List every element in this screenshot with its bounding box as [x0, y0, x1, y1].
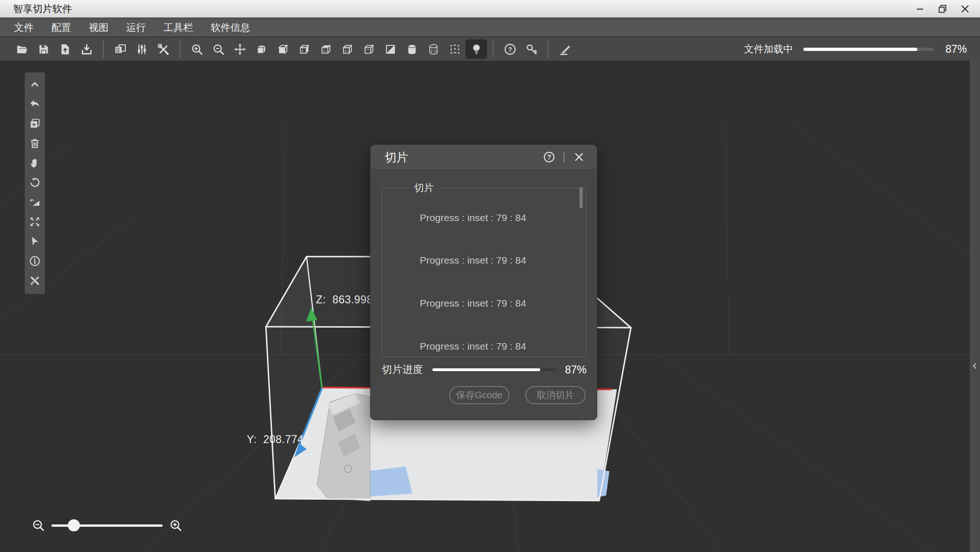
- file-loading-label: 文件加载中: [744, 43, 793, 56]
- toolbar-separator: [548, 41, 549, 57]
- zoom-slider-thumb[interactable]: [68, 519, 80, 531]
- close-x-icon: [573, 151, 585, 163]
- save-gcode-button[interactable]: 保存Gcode: [449, 386, 509, 404]
- slice-dialog: 切片 ? 切片 Progress : inset : 79 : 84 Progr…: [370, 144, 597, 420]
- menu-item-config[interactable]: 配置: [51, 21, 71, 34]
- view-cylinder-button[interactable]: [401, 39, 422, 59]
- zoom-out-button[interactable]: [32, 519, 45, 532]
- model-info-button[interactable]: [26, 251, 44, 271]
- minimize-button[interactable]: [912, 2, 929, 16]
- file-loading-progress-fill: [803, 48, 917, 51]
- view-xray-button[interactable]: [293, 39, 315, 59]
- sliders-icon: [136, 43, 148, 56]
- close-button[interactable]: [957, 2, 973, 16]
- view-wireframe-button[interactable]: [336, 39, 358, 59]
- menu-item-view[interactable]: 视图: [89, 21, 108, 34]
- side-toolbar: [25, 72, 45, 294]
- point-cloud-icon: [449, 43, 461, 56]
- window-controls: [912, 2, 973, 16]
- collapse-button[interactable]: [26, 74, 44, 94]
- fit-view-button[interactable]: [26, 212, 44, 231]
- log-line: Progress : inset : 79 : 84: [393, 196, 581, 239]
- menu-item-run[interactable]: 运行: [126, 21, 146, 34]
- help-button[interactable]: ?: [499, 39, 521, 59]
- mirror-button[interactable]: [26, 192, 44, 212]
- file-loading-area: 文件加载中 87%: [744, 43, 967, 56]
- slice-progress-row: 切片进度 87%: [382, 363, 587, 377]
- zoom-slider[interactable]: [51, 519, 163, 532]
- undo-button[interactable]: [26, 94, 44, 114]
- zoom-in-button[interactable]: [169, 519, 182, 532]
- cut-tool-button[interactable]: [554, 39, 576, 59]
- slice-log-area[interactable]: Progress : inset : 79 : 84 Progress : in…: [393, 196, 581, 357]
- view-points-button[interactable]: [444, 39, 465, 59]
- restore-icon: [937, 3, 948, 14]
- magnifier-minus-icon: [32, 519, 45, 532]
- edit-tools-button[interactable]: [26, 271, 44, 290]
- cursor-arrow-icon: [29, 236, 41, 247]
- duplicate-button[interactable]: [26, 114, 44, 133]
- app-title: 智享切片软件: [13, 2, 72, 15]
- trash-icon: [29, 137, 41, 149]
- slice-progress-fill: [432, 368, 540, 371]
- restore-button[interactable]: [934, 2, 951, 16]
- open-file-button[interactable]: [11, 39, 33, 59]
- expand-arrows-icon: [29, 216, 41, 228]
- view-solid-button[interactable]: [250, 39, 272, 59]
- cancel-slice-button[interactable]: 取消切片: [525, 386, 586, 404]
- right-panel-expand-button[interactable]: [970, 360, 980, 372]
- view-cylinder-wire-button[interactable]: [422, 39, 444, 59]
- pencil-ruler-icon: [29, 275, 41, 287]
- menu-item-toolbar[interactable]: 工具栏: [164, 21, 193, 34]
- menu-item-file[interactable]: 文件: [14, 21, 34, 34]
- help-circle-icon: ?: [543, 151, 555, 163]
- dialog-help-button[interactable]: ?: [542, 150, 557, 165]
- zoom-out-lens-icon: [212, 43, 225, 56]
- cube-solid-icon: [255, 43, 268, 56]
- machine-preview-button[interactable]: [109, 39, 131, 59]
- parameter-settings-button[interactable]: [131, 39, 152, 59]
- zoom-out-button[interactable]: [207, 39, 229, 59]
- save-file-button[interactable]: [33, 39, 54, 59]
- view-overhang-button[interactable]: [315, 39, 336, 59]
- cylinder-icon: [406, 43, 418, 56]
- log-line: Progress : inset : 79 : 84: [393, 325, 581, 357]
- pan-button[interactable]: [26, 153, 44, 172]
- delete-button[interactable]: [26, 133, 44, 153]
- select-button[interactable]: [26, 231, 44, 251]
- move-view-button[interactable]: [229, 39, 250, 59]
- toolbar-separator: [493, 41, 494, 57]
- import-model-button[interactable]: [54, 39, 76, 59]
- menu-item-software-info[interactable]: 软件信息: [211, 21, 250, 34]
- wrench-cross-icon: [157, 43, 170, 56]
- view-half-button[interactable]: [379, 39, 401, 59]
- cube-front-icon: [277, 43, 289, 56]
- log-scrollbar-thumb[interactable]: [579, 187, 583, 208]
- license-key-button[interactable]: [521, 39, 542, 59]
- key-icon: [525, 43, 538, 56]
- slice-progress-percent: 87%: [564, 364, 587, 376]
- view-surface-button[interactable]: [272, 39, 293, 59]
- rotate-button[interactable]: [26, 172, 44, 192]
- slice-progress-label: 切片进度: [382, 363, 425, 377]
- tray-export-icon: [80, 43, 93, 56]
- slice-log-group: 切片 Progress : inset : 79 : 84 Progress :…: [382, 181, 587, 357]
- toolbar-separator: [179, 41, 180, 57]
- floppy-save-icon: [37, 43, 50, 56]
- rotate-ccw-icon: [29, 177, 41, 188]
- close-x-icon: [959, 3, 971, 14]
- zoom-in-button[interactable]: [186, 39, 207, 59]
- view-layers-button[interactable]: [358, 39, 379, 59]
- log-line: Progress : inset : 79 : 84: [393, 239, 581, 282]
- lighting-button[interactable]: [465, 39, 487, 59]
- hand-icon: [29, 157, 41, 169]
- light-bulb-icon: [470, 43, 483, 56]
- tool-settings-button[interactable]: [152, 39, 174, 59]
- minimize-icon: [915, 3, 926, 14]
- export-model-button[interactable]: [76, 39, 97, 59]
- dialog-close-button[interactable]: [572, 150, 587, 165]
- open-folder-icon: [16, 43, 29, 56]
- cylinder-wire-icon: [427, 43, 440, 56]
- chevron-up-icon: [29, 79, 41, 90]
- zoom-in-lens-icon: [191, 43, 203, 56]
